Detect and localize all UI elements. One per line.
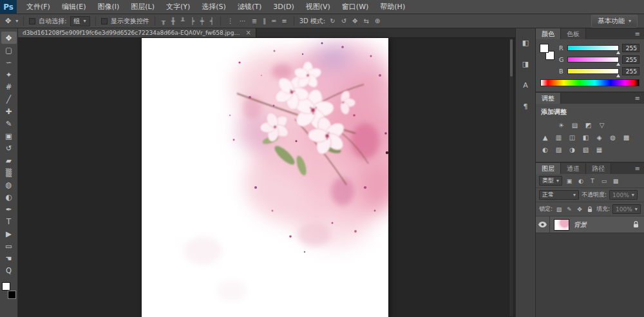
lock-transparent-pixels-icon[interactable]: ▨: [555, 205, 563, 213]
dodge-tool-icon[interactable]: ◐: [1, 191, 17, 203]
align-left-edges-icon[interactable]: ╞: [189, 16, 196, 26]
distribute-left-edges-icon[interactable]: ∥: [261, 16, 267, 26]
pen-tool-icon[interactable]: ✒: [1, 203, 17, 215]
posterize-icon[interactable]: ▨: [553, 145, 564, 155]
filter-shape-layers-icon[interactable]: ▭: [600, 177, 609, 185]
character-panel-icon[interactable]: A: [518, 79, 533, 91]
panel-menu-icon[interactable]: ≡: [631, 93, 644, 104]
history-brush-tool-icon[interactable]: ↺: [1, 142, 17, 154]
filter-type-layers-icon[interactable]: T: [588, 177, 597, 185]
tab-swatches[interactable]: 色板: [561, 28, 586, 39]
curves-icon[interactable]: ◩: [583, 120, 594, 130]
3d-slide-icon[interactable]: ⇆: [362, 16, 370, 26]
hue-saturation-icon[interactable]: ▥: [553, 133, 564, 142]
distribute-vertical-centers-icon[interactable]: ⋯: [238, 16, 247, 26]
scrollbar-thumb[interactable]: [510, 39, 513, 77]
paragraph-panel-icon[interactable]: ¶: [518, 100, 533, 113]
filter-pixel-layers-icon[interactable]: ▣: [565, 177, 574, 185]
layer-thumbnail[interactable]: [554, 219, 569, 231]
filter-smart-objects-icon[interactable]: ▩: [611, 177, 620, 185]
current-tool-icon[interactable]: ✥: [4, 17, 12, 25]
align-vertical-centers-icon[interactable]: ╫: [170, 16, 176, 26]
path-selection-tool-icon[interactable]: ▶: [1, 227, 17, 240]
menu-3d[interactable]: 3D(D): [267, 0, 300, 14]
move-tool-icon[interactable]: ✥: [1, 32, 17, 44]
align-top-edges-icon[interactable]: ╥: [160, 16, 167, 26]
red-channel-value[interactable]: 255: [622, 44, 639, 52]
auto-select-target-dropdown[interactable]: 组 ▾: [70, 16, 90, 26]
document-tab[interactable]: d3bd161208f5e909f19fc6e3d99d6526c72234a8…: [18, 28, 256, 37]
layer-row-background[interactable]: 背景: [536, 216, 644, 233]
align-bottom-edges-icon[interactable]: ╨: [180, 16, 186, 26]
brush-tool-icon[interactable]: ✎: [1, 117, 17, 130]
layer-visibility-toggle[interactable]: [536, 216, 550, 233]
menu-type[interactable]: 文字(Y): [160, 0, 196, 14]
selective-color-icon[interactable]: ▦: [594, 145, 605, 155]
lock-image-pixels-icon[interactable]: ✎: [565, 205, 573, 213]
panel-menu-icon[interactable]: ≡: [631, 28, 644, 39]
workspace-switcher-button[interactable]: 基本功能 ▾: [591, 15, 638, 28]
3d-drag-icon[interactable]: ✥: [351, 16, 359, 26]
3d-rotate-icon[interactable]: ↻: [328, 16, 336, 26]
color-spectrum-ramp[interactable]: [540, 79, 639, 86]
clone-stamp-tool-icon[interactable]: ▣: [1, 130, 17, 142]
opacity-dropdown[interactable]: 100% ▾: [609, 190, 638, 200]
close-tab-icon[interactable]: ×: [246, 30, 251, 36]
menu-window[interactable]: 窗口(W): [336, 0, 374, 14]
eraser-tool-icon[interactable]: ▰: [1, 154, 17, 166]
align-horizontal-centers-icon[interactable]: ╪: [199, 16, 205, 26]
blend-mode-dropdown[interactable]: 正常 ▾: [539, 190, 579, 200]
eyedropper-tool-icon[interactable]: ╱: [1, 93, 17, 105]
lock-all-icon[interactable]: [586, 205, 594, 213]
hand-tool-icon[interactable]: ☚: [1, 252, 17, 264]
distribute-right-edges-icon[interactable]: ≡: [280, 16, 288, 26]
auto-select-checkbox[interactable]: [29, 18, 35, 24]
slider-thumb[interactable]: [616, 74, 620, 77]
slider-thumb[interactable]: [616, 51, 620, 54]
brightness-contrast-icon[interactable]: ☀: [556, 120, 567, 130]
panel-menu-icon[interactable]: ≡: [631, 163, 644, 174]
red-channel-slider[interactable]: [567, 45, 619, 51]
menu-filter[interactable]: 滤镜(T): [232, 0, 267, 14]
3d-roll-icon[interactable]: ↺: [340, 16, 348, 26]
shape-tool-icon[interactable]: ▭: [1, 240, 17, 252]
menu-help[interactable]: 帮助(H): [374, 0, 411, 14]
quick-selection-tool-icon[interactable]: ✦: [1, 68, 17, 81]
tool-preset-caret-icon[interactable]: ▾: [15, 18, 18, 24]
photo-filter-icon[interactable]: ◈: [594, 133, 605, 142]
properties-panel-icon[interactable]: ◨: [518, 57, 533, 70]
invert-icon[interactable]: ◐: [540, 145, 551, 155]
distribute-bottom-edges-icon[interactable]: ≣: [251, 16, 258, 26]
blue-channel-slider[interactable]: [567, 68, 619, 74]
exposure-icon[interactable]: ▽: [596, 120, 607, 130]
tab-color[interactable]: 颜色: [536, 28, 561, 39]
tab-layers[interactable]: 图层: [536, 163, 561, 174]
photoshop-logo[interactable]: Ps: [0, 0, 17, 14]
black-white-icon[interactable]: ◧: [580, 133, 591, 142]
menu-view[interactable]: 视图(V): [300, 0, 336, 14]
layer-filter-kind-dropdown[interactable]: 类型 ▾: [539, 176, 562, 186]
blue-channel-value[interactable]: 255: [622, 67, 639, 75]
foreground-color-swatch[interactable]: [540, 44, 549, 53]
foreground-color-swatch[interactable]: [2, 282, 10, 291]
channel-mixer-icon[interactable]: ◍: [607, 133, 618, 142]
spot-healing-brush-tool-icon[interactable]: ✚: [1, 105, 17, 117]
vibrance-icon[interactable]: ▲: [540, 133, 551, 142]
fill-dropdown[interactable]: 100% ▾: [612, 204, 641, 214]
color-balance-icon[interactable]: ◫: [567, 133, 578, 142]
menu-layer[interactable]: 图层(L): [125, 0, 160, 14]
menu-file[interactable]: 文件(F): [21, 0, 56, 14]
threshold-icon[interactable]: ◑: [567, 145, 578, 155]
tab-channels[interactable]: 通道: [561, 163, 586, 174]
menu-select[interactable]: 选择(S): [196, 0, 232, 14]
zoom-tool-icon[interactable]: Q: [1, 264, 17, 276]
align-right-edges-icon[interactable]: ╡: [209, 16, 215, 26]
tab-paths[interactable]: 路径: [586, 163, 611, 174]
rectangular-marquee-tool-icon[interactable]: ▢: [1, 44, 17, 56]
menu-edit[interactable]: 编辑(E): [56, 0, 92, 14]
background-color-swatch[interactable]: [8, 291, 16, 299]
lasso-tool-icon[interactable]: ∽: [1, 56, 17, 68]
color-lookup-icon[interactable]: ▩: [621, 133, 632, 142]
levels-icon[interactable]: ▤: [569, 120, 580, 130]
type-tool-icon[interactable]: T: [1, 215, 17, 227]
